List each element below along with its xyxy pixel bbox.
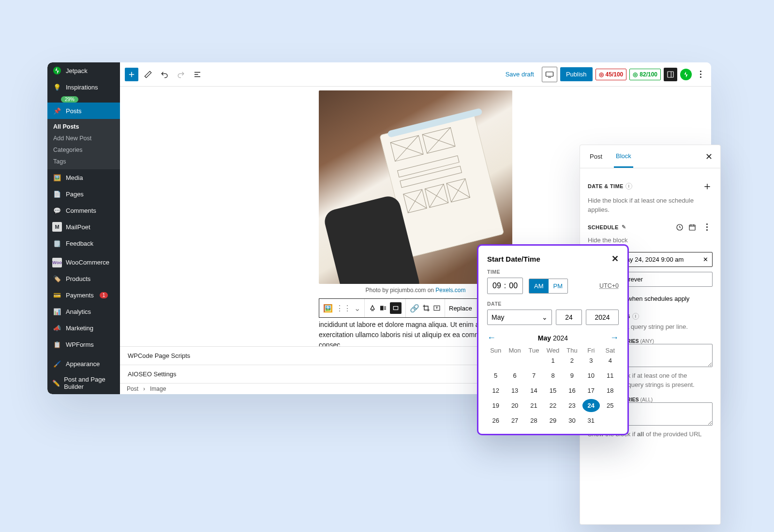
edit-icon[interactable]: ✎ xyxy=(622,224,626,230)
calendar-day[interactable]: 30 xyxy=(564,414,580,427)
calendar-day[interactable]: 16 xyxy=(564,384,580,397)
calendar-day[interactable]: 13 xyxy=(506,384,523,397)
caption-link[interactable]: Pexels.com xyxy=(435,287,465,294)
close-datetime-button[interactable]: ✕ xyxy=(611,253,619,264)
calendar-day[interactable]: 4 xyxy=(602,354,619,367)
calendar-icon[interactable] xyxy=(688,223,696,231)
year-input[interactable]: 2024 xyxy=(586,310,619,325)
chevron-down-icon[interactable]: ⌄ xyxy=(354,304,360,313)
image-block-icon[interactable]: 🖼️ xyxy=(323,304,333,313)
close-panel-button[interactable]: ✕ xyxy=(705,151,713,162)
calendar-day[interactable]: 7 xyxy=(525,369,542,382)
timezone-label[interactable]: UTC+0 xyxy=(599,282,619,289)
calendar-day[interactable]: 11 xyxy=(602,369,619,382)
document-overview-button[interactable] xyxy=(191,68,204,81)
month-select[interactable]: May⌄ xyxy=(487,310,552,325)
more-menu-button[interactable] xyxy=(695,69,706,80)
submenu-all-posts[interactable]: All Posts xyxy=(47,121,120,133)
calendar-day[interactable]: 26 xyxy=(487,414,504,427)
preview-button[interactable] xyxy=(542,67,557,82)
add-datetime-button[interactable]: ＋ xyxy=(702,179,713,193)
calendar-day[interactable]: 19 xyxy=(487,399,504,412)
seo-score-green[interactable]: ◎82/100 xyxy=(629,69,661,80)
calendar-day[interactable]: 5 xyxy=(487,369,504,382)
sidebar-item-analytics[interactable]: 📊Analytics xyxy=(47,304,120,320)
sidebar-item-posts[interactable]: 📌 Posts xyxy=(47,103,120,119)
redo-button[interactable] xyxy=(174,68,188,81)
align-text-button[interactable] xyxy=(369,304,376,312)
drag-handle-icon[interactable]: ⋮⋮ xyxy=(336,304,351,313)
align-left-button[interactable] xyxy=(379,304,387,312)
calendar-day[interactable]: 3 xyxy=(582,354,599,367)
calendar-day[interactable]: 18 xyxy=(602,384,619,397)
calendar-day[interactable]: 23 xyxy=(564,399,580,412)
calendar-day[interactable]: 24 xyxy=(582,399,599,412)
calendar-day[interactable]: 28 xyxy=(525,414,542,427)
crumb-post[interactable]: Post xyxy=(127,385,138,392)
calendar-day[interactable]: 25 xyxy=(602,399,619,412)
schedule-more-button[interactable] xyxy=(701,222,713,233)
prev-month-button[interactable]: ← xyxy=(487,333,496,343)
sidebar-item-wpforms[interactable]: 📋WPForms xyxy=(47,337,120,353)
sidebar-item-jetpack[interactable]: Jetpack xyxy=(47,62,120,79)
link-button[interactable]: 🔗 xyxy=(410,304,419,313)
calendar-day[interactable]: 2 xyxy=(564,354,580,367)
submenu-categories[interactable]: Categories xyxy=(47,144,120,156)
sidebar-item-comments[interactable]: 💬Comments xyxy=(47,202,120,219)
seo-score-red[interactable]: ◎45/100 xyxy=(595,69,627,80)
calendar-day[interactable]: 22 xyxy=(544,399,561,412)
calendar-day[interactable]: 10 xyxy=(582,369,599,382)
jetpack-button[interactable] xyxy=(680,69,692,80)
next-month-button[interactable]: → xyxy=(610,333,619,343)
crumb-image[interactable]: Image xyxy=(150,385,166,392)
sidebar-item-payments[interactable]: 💳Payments1 xyxy=(47,287,120,304)
sidebar-item-media[interactable]: 🖼️Media xyxy=(47,169,120,186)
undo-button[interactable] xyxy=(158,68,171,81)
calendar-day[interactable]: 15 xyxy=(544,384,561,397)
sidebar-item-feedback[interactable]: 🗒️Feedback xyxy=(47,235,120,251)
time-input[interactable]: 09 : 00 xyxy=(487,278,523,294)
calendar-day[interactable]: 17 xyxy=(582,384,599,397)
tab-block[interactable]: Block xyxy=(614,146,633,168)
info-icon[interactable]: i xyxy=(625,183,632,190)
sidebar-item-woocommerce[interactable]: WooWooCommerce xyxy=(47,254,120,271)
calendar-day[interactable]: 21 xyxy=(525,399,542,412)
submenu-add-new[interactable]: Add New Post xyxy=(47,133,120,144)
calendar-day[interactable]: 14 xyxy=(525,384,542,397)
submenu-tags[interactable]: Tags xyxy=(47,156,120,167)
calendar-day[interactable]: 29 xyxy=(544,414,561,427)
sidebar-item-mailpoet[interactable]: MMailPoet xyxy=(47,219,120,235)
from-field[interactable]: May 24, 2024 9:00 am ✕ xyxy=(617,252,713,267)
calendar-day[interactable]: 27 xyxy=(506,414,523,427)
crop-button[interactable] xyxy=(422,304,430,312)
to-field[interactable]: Forever xyxy=(617,272,713,287)
day-input[interactable]: 24 xyxy=(556,310,582,325)
align-wide-button[interactable] xyxy=(390,302,402,314)
save-draft-button[interactable]: Save draft xyxy=(501,68,539,81)
sidebar-item-inspirations[interactable]: 💡 Inspirations xyxy=(47,79,120,95)
calendar-day[interactable]: 31 xyxy=(582,414,599,427)
tab-post[interactable]: Post xyxy=(588,146,604,167)
calendar-day[interactable]: 1 xyxy=(544,354,561,367)
calendar-day[interactable]: 8 xyxy=(544,369,561,382)
edit-tool-button[interactable] xyxy=(141,68,155,81)
add-block-button[interactable] xyxy=(125,68,138,81)
info-icon[interactable]: i xyxy=(632,313,639,320)
sidebar-item-marketing[interactable]: 📣Marketing xyxy=(47,320,120,337)
am-button[interactable]: AM xyxy=(529,279,549,293)
replace-button[interactable]: Replace xyxy=(445,299,476,317)
calendar-day[interactable]: 20 xyxy=(506,399,523,412)
sidebar-item-builder[interactable]: ✏️Post and Page Builder xyxy=(47,372,120,394)
settings-sidebar-toggle[interactable] xyxy=(664,68,677,81)
calendar-day[interactable]: 9 xyxy=(564,369,580,382)
clear-icon[interactable]: ✕ xyxy=(703,256,708,263)
calendar-day[interactable]: 12 xyxy=(487,384,504,397)
pm-button[interactable]: PM xyxy=(549,279,568,293)
calendar-day[interactable]: 6 xyxy=(506,369,523,382)
text-overlay-button[interactable] xyxy=(433,304,441,312)
sidebar-item-products[interactable]: 🏷️Products xyxy=(47,271,120,287)
publish-button[interactable]: Publish xyxy=(560,67,593,81)
sidebar-item-appearance[interactable]: 🖌️Appearance xyxy=(47,356,120,372)
sidebar-item-pages[interactable]: 📄Pages xyxy=(47,186,120,202)
clock-icon[interactable] xyxy=(676,223,684,231)
